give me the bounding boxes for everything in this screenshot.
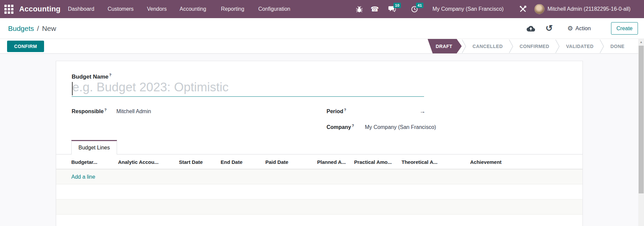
help-marker: ? [344, 108, 346, 112]
menu-vendors[interactable]: Vendors [147, 0, 167, 18]
menu-dashboard[interactable]: Dashboard [68, 0, 94, 18]
col-end-date[interactable]: End Date [221, 154, 242, 169]
company-value[interactable]: My Company (San Francisco) [365, 124, 436, 130]
col-practical-amount[interactable]: Practical Amo... [354, 154, 392, 169]
help-marker: ? [352, 124, 354, 128]
breadcrumb-separator: / [37, 25, 39, 33]
chevron-separator-icon [509, 39, 514, 53]
statusbar: CONFIRM DRAFT CANCELLED CONFIRMED VALIDA… [0, 39, 644, 54]
table-row [56, 199, 582, 215]
status-steps: DRAFT CANCELLED CONFIRMED VALIDATED DONE [428, 39, 631, 53]
action-label: Action [575, 25, 591, 32]
action-menu[interactable]: ⚙ Action [567, 18, 591, 39]
col-planned-amount[interactable]: Planned A... [317, 154, 346, 169]
breadcrumb: Budgets / New [8, 18, 56, 39]
create-button[interactable]: Create [611, 22, 638, 35]
discard-undo-icon[interactable]: ↺ [545, 18, 553, 39]
debug-tools-icon[interactable] [519, 0, 527, 18]
top-navbar: Accounting Dashboard Customers Vendors A… [0, 0, 644, 18]
status-draft[interactable]: DRAFT [428, 39, 462, 53]
menu-reporting[interactable]: Reporting [221, 0, 244, 18]
table-row: Add a line [56, 169, 582, 184]
col-budgetary-position[interactable]: Budgetar... [71, 154, 98, 169]
breadcrumb-current: New [42, 25, 56, 33]
budget-form-sheet: Budget Name? Responsible? Mitchell Admin… [56, 61, 583, 226]
breadcrumb-budgets[interactable]: Budgets [8, 25, 34, 33]
chevron-separator-icon [462, 39, 466, 53]
table-row [56, 215, 582, 226]
apps-grid-icon[interactable] [4, 0, 13, 18]
period-range-arrow-icon: → [419, 108, 425, 115]
scrollbar-thumb[interactable] [639, 46, 644, 193]
status-cancelled[interactable]: CANCELLED [466, 39, 509, 53]
help-marker: ? [109, 73, 112, 77]
voip-phone-icon[interactable]: ☎ [371, 0, 379, 18]
tab-budget-lines[interactable]: Budget Lines [71, 140, 117, 154]
notebook-divider [56, 154, 582, 154]
col-achievement[interactable]: Achievement [470, 154, 501, 169]
vertical-scrollbar[interactable]: ▲ [638, 39, 644, 226]
responsible-label: Responsible? [72, 108, 107, 115]
col-theoretical-amount[interactable]: Theoretical A... [402, 154, 438, 169]
budget-name-input[interactable] [72, 79, 424, 97]
text-cursor [72, 82, 73, 95]
user-menu[interactable]: Mitchell Admin (21182295-16-0-all) [547, 0, 631, 18]
scroll-up-arrow-icon[interactable]: ▲ [638, 39, 644, 45]
company-label: Company? [327, 124, 354, 130]
col-paid-date[interactable]: Paid Date [265, 154, 288, 169]
menu-customers[interactable]: Customers [108, 0, 134, 18]
messages-icon[interactable]: 10 [388, 0, 396, 18]
gear-icon: ⚙ [567, 25, 573, 32]
chevron-separator-icon [555, 39, 560, 53]
app-name[interactable]: Accounting [19, 0, 61, 18]
period-label: Period? [327, 108, 346, 115]
status-done[interactable]: DONE [604, 39, 631, 53]
user-avatar[interactable] [534, 0, 544, 18]
menu-configuration[interactable]: Configuration [258, 0, 290, 18]
activities-clock-icon[interactable]: 41 [411, 0, 418, 18]
confirm-button[interactable]: CONFIRM [7, 41, 44, 52]
activities-badge: 41 [416, 3, 423, 8]
status-validated[interactable]: VALIDATED [560, 39, 600, 53]
add-a-line-link[interactable]: Add a line [71, 169, 95, 184]
bug-icon[interactable] [356, 0, 363, 18]
messages-badge: 10 [393, 3, 401, 8]
status-confirmed[interactable]: CONFIRMED [514, 39, 555, 53]
help-marker: ? [104, 108, 107, 112]
save-cloud-icon[interactable] [527, 18, 535, 39]
responsible-value[interactable]: Mitchell Admin [116, 108, 151, 115]
table-row [56, 184, 582, 199]
chevron-separator-icon [600, 39, 604, 53]
col-analytic-account[interactable]: Analytic Accou... [118, 154, 158, 169]
col-start-date[interactable]: Start Date [179, 154, 203, 169]
menu-accounting[interactable]: Accounting [180, 0, 206, 18]
company-switcher[interactable]: My Company (San Francisco) [432, 0, 504, 18]
budget-lines-header: Budgetar... Analytic Accou... Start Date… [56, 154, 582, 169]
control-panel: Budgets / New ↺ ⚙ Action Create [0, 18, 644, 39]
